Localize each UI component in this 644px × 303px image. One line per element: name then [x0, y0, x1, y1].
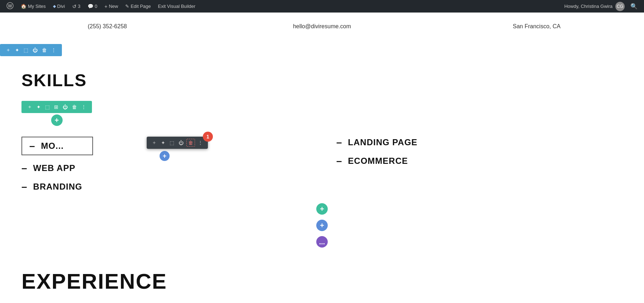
add-module-below-row-button[interactable]: +: [51, 114, 63, 126]
row-more-icon[interactable]: ⋮: [80, 103, 88, 111]
module-toolbar: ＋ ✦ ⬚ ⏻ 🗑 ⋮: [147, 137, 208, 149]
section-toolbar-bar: ＋ ✦ ⬚ ⏻ 🗑 ⋮: [0, 44, 62, 56]
divi-label: Divi: [57, 4, 65, 9]
my-sites-label: My Sites: [28, 4, 46, 9]
section-toolbar: ＋ ✦ ⬚ ⏻ 🗑 ⋮: [0, 44, 644, 56]
howdy-greeting: Howdy, Christina Gwira: [564, 4, 613, 9]
skills-item-landing[interactable]: – LANDING PAGE: [336, 137, 623, 148]
add-row-button[interactable]: +: [316, 203, 328, 215]
search-icon[interactable]: 🔍: [628, 3, 640, 10]
module-delete-icon[interactable]: 🗑: [186, 139, 195, 147]
row-move-icon[interactable]: ＋: [26, 103, 34, 111]
module-move-icon[interactable]: ＋: [150, 139, 158, 147]
skills-item-mobile[interactable]: – MO...: [21, 137, 93, 155]
section-disable-icon[interactable]: ⏻: [31, 47, 39, 54]
edit-icon: ✎: [125, 4, 129, 9]
skills-section: SKILLS ＋ ✦ ⬚ ⊞ ⏻ 🗑 ⋮ +: [0, 56, 644, 262]
email-info: hello@diviresume.com: [215, 20, 429, 33]
comments-count: 0: [95, 4, 97, 9]
add-section-button[interactable]: +: [316, 220, 328, 231]
new-plus-icon: +: [104, 4, 107, 9]
skills-grid: – MO... + – WEB APP –: [21, 137, 623, 192]
module-toolbar-overlay: ＋ ✦ ⬚ ⏻ 🗑 ⋮ 1: [147, 137, 208, 149]
add-more-button[interactable]: ...: [316, 236, 328, 248]
exit-label: Exit Visual Builder: [158, 4, 196, 9]
module-duplicate-icon[interactable]: ⬚: [168, 139, 176, 146]
skill-label-branding: BRANDING: [33, 182, 82, 192]
skills-inner: ＋ ✦ ⬚ ⏻ 🗑 ⋮ 1: [21, 137, 623, 192]
wp-icon: W: [6, 2, 14, 10]
edit-page-button[interactable]: ✎ Edit Page: [122, 0, 153, 13]
section-delete-icon[interactable]: 🗑: [40, 47, 48, 54]
row-grid-icon[interactable]: ⊞: [53, 103, 60, 111]
location-text: San Francisco, CA: [513, 23, 560, 29]
updates-button[interactable]: ↺ 3: [69, 0, 83, 13]
avatar: CG: [615, 2, 625, 11]
module-settings-icon[interactable]: ✦: [160, 139, 167, 146]
row-toolbar-container: ＋ ✦ ⬚ ⊞ ⏻ 🗑 ⋮ +: [21, 101, 92, 126]
row-toolbar: ＋ ✦ ⬚ ⊞ ⏻ 🗑 ⋮: [21, 101, 92, 113]
my-sites-button[interactable]: 🏠 My Sites: [18, 0, 49, 13]
module-disable-icon[interactable]: ⏻: [177, 139, 185, 146]
svg-text:W: W: [8, 4, 12, 9]
exit-visual-builder-button[interactable]: Exit Visual Builder: [155, 0, 199, 13]
skills-item-webapp[interactable]: – WEB APP: [21, 162, 308, 174]
skill-label-mobile: – MO...: [29, 140, 85, 152]
skills-item-branding[interactable]: – BRANDING: [21, 181, 308, 192]
location-info: San Francisco, CA: [429, 20, 644, 33]
divi-button[interactable]: ◆ Divi: [50, 0, 68, 13]
comments-button[interactable]: 💬 0: [85, 0, 100, 13]
row-settings-icon[interactable]: ✦: [35, 103, 42, 111]
home-icon: 🏠: [21, 4, 26, 9]
admin-bar-right: Howdy, Christina Gwira CG 🔍: [564, 2, 640, 11]
wp-logo-button[interactable]: W: [4, 0, 16, 13]
phone-text: (255) 352-6258: [88, 23, 127, 29]
add-col-1-button[interactable]: +: [160, 151, 170, 161]
notification-badge: 1: [203, 132, 213, 142]
new-label: New: [109, 4, 118, 9]
updates-count: 3: [78, 4, 80, 9]
skill-label-ecommerce: ECOMMERCE: [348, 156, 408, 166]
section-duplicate-icon[interactable]: ⬚: [22, 47, 30, 54]
section-move-icon[interactable]: ＋: [4, 46, 12, 54]
email-text: hello@diviresume.com: [293, 23, 351, 29]
skills-item-ecommerce[interactable]: – ECOMMERCE: [336, 155, 623, 167]
row-duplicate-icon[interactable]: ⬚: [44, 103, 51, 111]
admin-bar: W 🏠 My Sites ◆ Divi ↺ 3 💬 0 + New ✎ Edit…: [0, 0, 644, 13]
skills-title: SKILLS: [21, 70, 623, 90]
comments-icon: 💬: [88, 4, 93, 9]
skill-label-webapp: WEB APP: [33, 163, 75, 173]
bottom-add-buttons: + + ...: [21, 203, 623, 248]
edit-page-label: Edit Page: [131, 4, 151, 9]
phone-info: (255) 352-6258: [0, 20, 215, 33]
skills-col-2: – LANDING PAGE – ECOMMERCE: [336, 137, 623, 192]
page-content: (255) 352-6258 hello@diviresume.com San …: [0, 13, 644, 294]
experience-title: EXPERIENCE: [0, 269, 644, 294]
section-settings-icon[interactable]: ✦: [14, 47, 21, 54]
notification-count: 1: [206, 134, 209, 140]
updates-icon: ↺: [72, 4, 77, 9]
row-delete-icon[interactable]: 🗑: [70, 103, 78, 111]
module-more-icon[interactable]: ⋮: [196, 139, 204, 146]
divi-icon: ◆: [53, 4, 56, 9]
row-disable-icon[interactable]: ⏻: [61, 103, 69, 111]
new-button[interactable]: + New: [102, 0, 121, 13]
section-more-icon[interactable]: ⋮: [50, 47, 58, 54]
contact-info-row: (255) 352-6258 hello@diviresume.com San …: [0, 13, 644, 37]
skill-label-landing: LANDING PAGE: [348, 137, 418, 147]
